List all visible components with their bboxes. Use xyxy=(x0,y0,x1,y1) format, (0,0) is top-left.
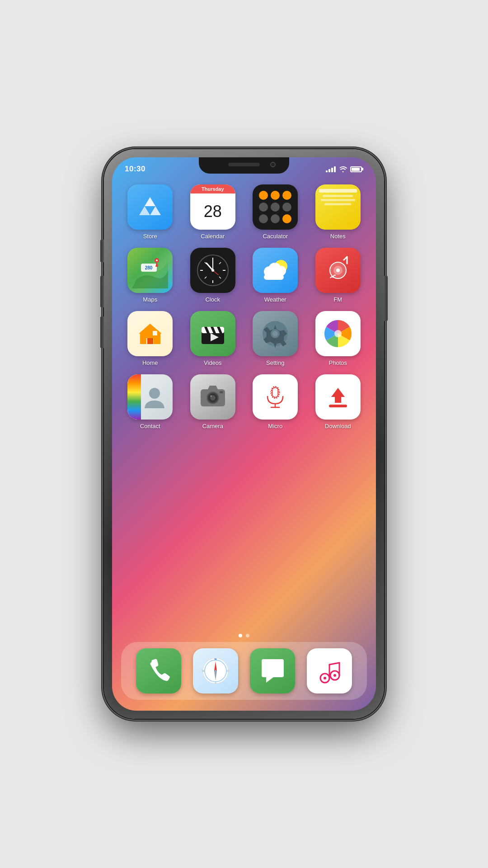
svg-text:E: E xyxy=(227,670,229,672)
app-fm[interactable]: FM xyxy=(309,248,367,303)
app-clock[interactable]: Clock xyxy=(184,248,242,303)
app-grid: Store Thursday 28 Calendar xyxy=(121,184,367,429)
status-icons xyxy=(326,166,363,172)
svg-marker-50 xyxy=(331,388,345,403)
calculator-icon xyxy=(253,184,298,230)
fm-label: FM xyxy=(333,296,342,303)
weather-label: Weather xyxy=(264,296,286,303)
dock-phone-icon xyxy=(136,648,181,693)
svg-text:W: W xyxy=(202,670,205,672)
dock-safari-icon: N S E W xyxy=(193,648,238,693)
svg-point-17 xyxy=(211,269,214,272)
micro-icon xyxy=(253,374,298,420)
videos-label: Videos xyxy=(204,359,222,366)
photos-icon xyxy=(315,311,361,356)
power-button[interactable] xyxy=(384,276,388,321)
volume-up-button[interactable] xyxy=(100,276,104,307)
notes-label: Notes xyxy=(330,233,346,240)
weather-icon xyxy=(253,248,298,293)
app-weather[interactable]: Weather xyxy=(246,248,305,303)
svg-rect-29 xyxy=(147,338,153,344)
phone-frame: 10:30 xyxy=(104,149,384,719)
home-label: Home xyxy=(142,359,158,366)
dock-music-icon xyxy=(307,648,352,693)
home-icon xyxy=(127,311,173,356)
app-calendar[interactable]: Thursday 28 Calendar xyxy=(184,184,242,240)
calendar-icon: Thursday 28 xyxy=(190,184,235,230)
app-calculator[interactable]: Caculator xyxy=(246,184,305,240)
clock-icon xyxy=(190,248,235,293)
setting-label: Setting xyxy=(266,359,284,366)
app-store[interactable]: Store xyxy=(121,184,179,240)
page-dot-2[interactable] xyxy=(246,634,249,637)
dock-safari[interactable]: N S E W xyxy=(193,648,238,693)
dock-messages-icon xyxy=(250,648,295,693)
svg-line-66 xyxy=(329,663,339,665)
notch xyxy=(199,157,289,174)
svg-rect-51 xyxy=(329,405,347,407)
download-label: Download xyxy=(325,423,351,429)
dock-phone[interactable] xyxy=(136,648,181,693)
svg-text:N: N xyxy=(215,658,216,660)
svg-point-36 xyxy=(272,331,278,336)
fm-icon xyxy=(315,248,361,293)
camera-icon xyxy=(190,374,235,420)
svg-point-3 xyxy=(156,259,158,261)
app-maps[interactable]: 280 Maps xyxy=(121,248,179,303)
svg-point-21 xyxy=(276,266,286,276)
page-dot-1[interactable] xyxy=(239,634,242,637)
svg-text:280: 280 xyxy=(145,265,153,270)
photos-label: Photos xyxy=(329,359,347,366)
mute-button[interactable] xyxy=(100,240,104,262)
signal-icon xyxy=(326,166,336,172)
maps-icon: 280 xyxy=(127,248,173,293)
battery-icon xyxy=(350,166,363,172)
calendar-date: 28 xyxy=(204,202,222,222)
app-videos[interactable]: Videos xyxy=(184,311,242,366)
app-camera[interactable]: Camera xyxy=(184,374,242,429)
notes-icon xyxy=(315,184,361,230)
svg-rect-46 xyxy=(272,387,278,397)
store-icon xyxy=(127,184,173,230)
status-time: 10:30 xyxy=(125,165,145,174)
download-icon xyxy=(315,374,361,420)
phone-screen: 10:30 xyxy=(112,157,376,711)
calculator-label: Caculator xyxy=(263,233,288,240)
contact-icon xyxy=(127,374,173,420)
app-setting[interactable]: Setting xyxy=(246,311,305,366)
dock-messages[interactable] xyxy=(250,648,295,693)
svg-rect-22 xyxy=(264,274,284,280)
wifi-icon xyxy=(339,166,347,172)
svg-point-25 xyxy=(336,269,340,272)
store-label: Store xyxy=(143,233,157,240)
clock-label: Clock xyxy=(205,296,220,303)
front-camera xyxy=(270,162,276,167)
svg-point-63 xyxy=(333,674,336,677)
svg-point-38 xyxy=(149,388,160,399)
dock: N S E W xyxy=(121,642,367,700)
camera-label: Camera xyxy=(202,423,223,429)
app-micro[interactable]: Micro xyxy=(246,374,305,429)
app-contact[interactable]: Contact xyxy=(121,374,179,429)
svg-rect-44 xyxy=(220,391,223,393)
svg-rect-30 xyxy=(153,331,157,335)
volume-down-button[interactable] xyxy=(100,316,104,348)
app-download[interactable]: Download xyxy=(309,374,367,429)
svg-point-43 xyxy=(210,395,212,397)
dock-music[interactable] xyxy=(307,648,352,693)
app-notes[interactable]: Notes xyxy=(309,184,367,240)
setting-icon xyxy=(253,311,298,356)
svg-point-61 xyxy=(324,677,326,679)
speaker xyxy=(228,163,260,166)
page-dots xyxy=(112,634,376,637)
svg-point-37 xyxy=(334,330,342,337)
phone-wrapper: 10:30 xyxy=(104,149,384,719)
app-photos[interactable]: Photos xyxy=(309,311,367,366)
videos-icon xyxy=(190,311,235,356)
calendar-day: Thursday xyxy=(190,184,235,193)
micro-label: Micro xyxy=(268,423,282,429)
calendar-label: Calendar xyxy=(201,233,225,240)
svg-text:S: S xyxy=(215,681,216,684)
contact-label: Contact xyxy=(140,423,160,429)
app-home[interactable]: Home xyxy=(121,311,179,366)
